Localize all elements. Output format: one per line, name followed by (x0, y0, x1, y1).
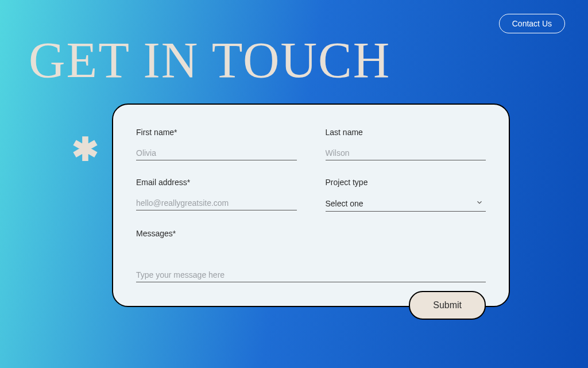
contact-form-card: First name* Last name Email address* Pro… (112, 103, 510, 307)
messages-input[interactable] (136, 268, 486, 282)
messages-label: Messages* (136, 229, 486, 238)
email-input[interactable] (136, 196, 297, 210)
first-name-field-group: First name* (136, 128, 297, 160)
submit-button[interactable]: Submit (409, 291, 486, 320)
asterisk-icon: ✱ (72, 133, 99, 166)
contact-us-button[interactable]: Contact Us (499, 14, 565, 33)
project-type-select[interactable]: Select one (326, 196, 486, 212)
first-name-label: First name* (136, 128, 297, 137)
last-name-input[interactable] (326, 146, 486, 160)
project-type-label: Project type (326, 178, 486, 187)
chevron-down-icon (475, 198, 483, 206)
project-type-field-group: Project type Select one (326, 178, 486, 212)
last-name-field-group: Last name (326, 128, 486, 160)
first-name-input[interactable] (136, 146, 297, 160)
last-name-label: Last name (326, 128, 486, 137)
messages-field-group: Messages* (136, 229, 486, 282)
page-title: GET IN TOUCH (29, 31, 390, 89)
project-type-selected: Select one (326, 199, 363, 208)
email-label: Email address* (136, 178, 297, 187)
email-field-group: Email address* (136, 178, 297, 212)
